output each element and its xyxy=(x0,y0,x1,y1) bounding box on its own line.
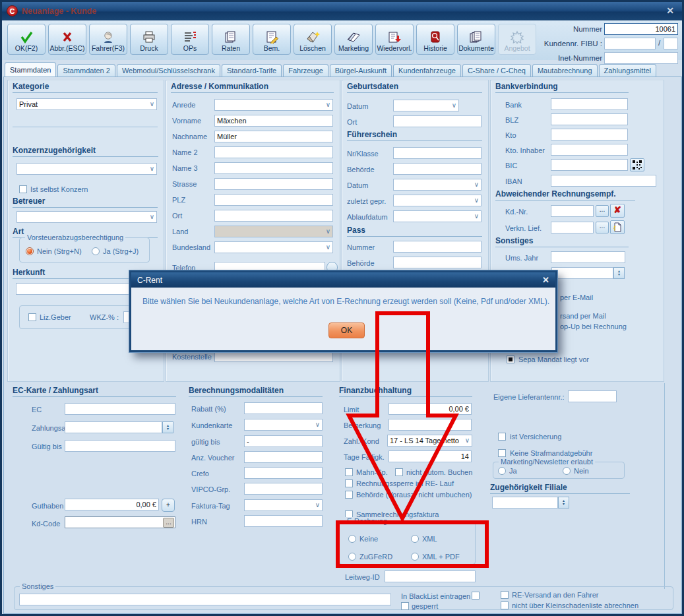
pass-nummer-input[interactable] xyxy=(393,241,482,253)
guthaben-input[interactable]: 0,00 € xyxy=(65,499,159,510)
verkn-lief-input[interactable] xyxy=(551,222,594,233)
kd-code-browse-button[interactable]: ... xyxy=(163,518,174,528)
lizgeber-checkbox[interactable] xyxy=(28,313,36,321)
tab-standard-tarife[interactable]: Standard-Tarife xyxy=(222,64,282,77)
kd-code-input[interactable] xyxy=(65,516,175,528)
ist-selbst-konzern-checkbox[interactable] xyxy=(19,185,27,193)
dokumente-button[interactable]: Dokumente xyxy=(457,24,495,55)
faktura-tag-select[interactable]: ∨ xyxy=(244,499,323,511)
sepa-mandat-checkbox[interactable] xyxy=(507,355,514,363)
erechnung-zugferd-radio[interactable] xyxy=(348,553,356,561)
tab-buergel-auskunft[interactable]: Bürgel-Auskunft xyxy=(330,64,392,77)
bic-lookup-button[interactable] xyxy=(630,158,644,171)
betreuer-select[interactable]: ∨ xyxy=(16,211,157,223)
bemerkung-button[interactable]: Bem. xyxy=(253,24,291,55)
konzern-select[interactable]: ∨ xyxy=(16,163,157,175)
tab-mautabrechnung[interactable]: Mautabrechnung xyxy=(532,64,598,77)
ops-button[interactable]: OPs xyxy=(171,24,209,55)
kategorie-select[interactable]: Privat∨ xyxy=(16,98,157,110)
zahl-kond-select[interactable]: 17 - LS 14 Tage netto∨ xyxy=(387,435,472,447)
fs-nr-klasse-input[interactable] xyxy=(393,147,482,159)
spinner-down-icon[interactable]: ▾ xyxy=(563,503,565,506)
limit-input[interactable]: 0,00 € xyxy=(389,403,472,415)
verkn-lief-browse-button[interactable]: ... xyxy=(596,222,609,233)
anz-voucher-input[interactable] xyxy=(244,451,323,463)
ort-input[interactable] xyxy=(214,210,333,222)
kd-nr-browse-button[interactable]: ... xyxy=(596,205,609,217)
sonstiges-spinner-input[interactable] xyxy=(551,267,613,279)
kundennr-fibu2-input[interactable] xyxy=(664,38,678,49)
strasse-input[interactable] xyxy=(214,178,333,190)
spinner-down-icon[interactable]: ▾ xyxy=(618,273,620,276)
nachname-input[interactable]: Müller xyxy=(214,131,333,142)
iban-input[interactable] xyxy=(551,175,656,187)
plz-input[interactable] xyxy=(214,194,333,206)
fs-zuletzt-gepr-select[interactable]: ∨ xyxy=(393,195,482,206)
pass-behoerde-input[interactable] xyxy=(393,257,482,268)
nummer-input[interactable]: 10061 xyxy=(604,23,678,35)
tab-fahrzeuge[interactable]: Fahrzeuge xyxy=(283,64,328,77)
vorsteuer-ja-radio[interactable] xyxy=(92,247,100,255)
ok-button[interactable]: OK(F2) xyxy=(7,24,46,55)
blacklist-checkbox[interactable] xyxy=(472,592,480,600)
historie-button[interactable]: Historie xyxy=(416,24,454,55)
erechnung-xml-radio[interactable] xyxy=(411,535,419,543)
fs-ablaufdatum-select[interactable]: ∨ xyxy=(393,210,482,222)
kto-input[interactable] xyxy=(551,129,628,140)
kleinschadenliste-checkbox[interactable] xyxy=(501,601,509,609)
tage-faelligk-input[interactable]: 14 xyxy=(389,450,472,462)
print-button[interactable]: Druck xyxy=(130,24,168,55)
tab-webmodul[interactable]: Webmodul/Schlüsselschrank xyxy=(117,64,220,77)
kd-nr-clear-button[interactable]: ✘ xyxy=(610,204,625,218)
crefo-input[interactable] xyxy=(244,467,323,479)
gesperrt-checkbox[interactable] xyxy=(401,602,409,610)
bm-gueltig-bis-input[interactable]: - xyxy=(244,435,323,447)
guthaben-add-button[interactable]: + xyxy=(162,499,175,512)
vipco-input[interactable] xyxy=(244,483,323,495)
delete-button[interactable]: Löschen xyxy=(294,24,332,55)
name3-input[interactable] xyxy=(214,162,333,174)
rabatt-input[interactable] xyxy=(244,402,323,414)
anrede-select[interactable]: ∨ xyxy=(214,99,333,111)
mahn-sp-checkbox[interactable] xyxy=(345,468,353,476)
tab-zahlungsmittel[interactable]: Zahlungsmittel xyxy=(599,64,657,77)
tab-c-share[interactable]: C-Share / C-Cheq xyxy=(462,64,531,77)
vorname-input[interactable]: Mäxchen xyxy=(214,115,333,127)
name2-input[interactable] xyxy=(214,146,333,158)
ist-versicherung-checkbox[interactable] xyxy=(498,433,506,441)
sonstiges-spinner[interactable]: ▴▾ xyxy=(613,267,625,279)
re-versand-fahrer-checkbox[interactable] xyxy=(501,591,509,599)
kto-inhaber-input[interactable] xyxy=(551,144,628,156)
keine-strafmandatgebuehr-checkbox[interactable] xyxy=(498,449,506,457)
zahlungsart-input[interactable] xyxy=(65,421,162,433)
window-close-icon[interactable]: ✕ xyxy=(666,5,674,16)
nicht-autom-buchen-checkbox[interactable] xyxy=(395,468,403,476)
fs-datum-select[interactable]: ∨ xyxy=(393,179,482,191)
rechnungssperre-checkbox[interactable] xyxy=(345,479,353,487)
zahlungsart-spinner[interactable]: ▴▾ xyxy=(162,421,173,433)
behoerde-vorausz-checkbox[interactable] xyxy=(345,491,353,499)
driver-button[interactable]: Fahrer(F3) xyxy=(89,24,127,55)
ec-input[interactable] xyxy=(65,403,175,415)
spinner-down-icon[interactable]: ▾ xyxy=(167,427,169,431)
bundesland-select[interactable]: ∨ xyxy=(214,241,333,253)
eigene-lieferantennr-input[interactable] xyxy=(568,390,617,402)
vorsteuer-nein-radio[interactable] xyxy=(26,247,34,255)
verkn-lief-new-button[interactable] xyxy=(610,220,625,234)
filiale-spinner[interactable]: ▴▾ xyxy=(558,497,569,508)
raten-button[interactable]: Raten xyxy=(212,24,250,55)
bank-input[interactable] xyxy=(551,98,628,110)
bemerkung-input[interactable] xyxy=(389,419,472,431)
dialog-close-icon[interactable]: ✕ xyxy=(542,275,549,285)
kundennr-fibu-input[interactable] xyxy=(604,38,656,49)
geb-ort-input[interactable] xyxy=(393,115,482,127)
newsletter-nein-radio[interactable] xyxy=(563,467,571,475)
filiale-input[interactable] xyxy=(492,497,558,508)
kundenkarte-select[interactable]: ∨ xyxy=(244,419,323,431)
hrn-input[interactable] xyxy=(244,515,323,527)
tab-stammdaten-2[interactable]: Stammdaten 2 xyxy=(57,64,115,77)
bic-input[interactable] xyxy=(551,159,628,171)
dialog-ok-button[interactable]: OK xyxy=(328,323,365,338)
tab-kundenfahrzeuge[interactable]: Kundenfahrzeuge xyxy=(393,64,461,77)
newsletter-ja-radio[interactable] xyxy=(498,467,506,475)
